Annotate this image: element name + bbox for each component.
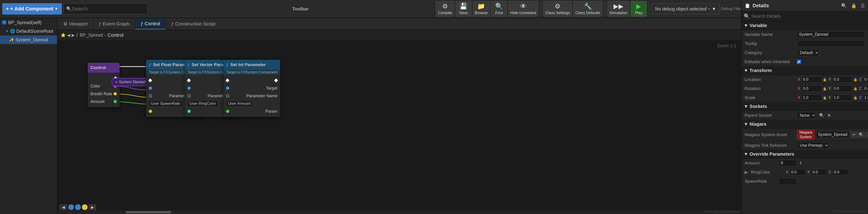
nav-btn-2[interactable]: ▶ <box>89 205 96 210</box>
class-settings-icon: ⚙ <box>555 2 560 10</box>
ringcolor-x-input[interactable] <box>789 169 806 175</box>
set-int-paramname-pin <box>226 94 229 97</box>
socket-clear-icon[interactable]: ✖ <box>827 113 831 118</box>
tree-item-bp-spread[interactable]: 🔵 BP_Spread(self) <box>0 18 57 27</box>
node-set-int[interactable]: ƒ Set Int Parameter Target is FXSystem C… <box>223 60 280 117</box>
rotation-z-input[interactable] <box>863 85 868 92</box>
location-y-input[interactable] <box>832 76 852 83</box>
class-defaults-label: Class Defaults <box>575 11 600 15</box>
tab-viewport[interactable]: 🖥 Viewport <box>58 18 93 30</box>
search-input[interactable] <box>72 6 145 12</box>
set-float-icon: ƒ <box>149 62 151 67</box>
browse-button[interactable]: 📁 Browse <box>473 1 490 17</box>
graph-scrollbar-h[interactable] <box>58 210 741 214</box>
tab-event-graph[interactable]: ƒ Event Graph <box>93 18 135 30</box>
find-button[interactable]: 🔍 Find <box>491 1 507 17</box>
node-control-amount-row: Amount <box>88 98 120 105</box>
niagara-system-value: System_Dpread <box>816 131 849 138</box>
rotation-x-lock[interactable]: 🔒 <box>823 87 827 90</box>
scale-y-input[interactable] <box>832 94 852 101</box>
location-x-input[interactable] <box>801 76 822 83</box>
class-defaults-icon: 🔧 <box>584 2 592 10</box>
set-int-param-label: Param <box>266 109 277 114</box>
override-spawnrate-input[interactable] <box>779 178 797 185</box>
forward-icon[interactable]: ▶ <box>71 33 75 38</box>
chevron-down-icon-debug: ▼ <box>712 6 716 11</box>
override-amount-icon: ⬆ <box>799 161 802 165</box>
category-select[interactable]: Default <box>797 49 819 56</box>
section-sockets[interactable]: ▼ Sockets <box>741 102 868 111</box>
ringcolor-y-input[interactable] <box>811 169 827 175</box>
nav-dot-1[interactable] <box>68 205 74 210</box>
niagara-action-arrow[interactable]: ↩ <box>851 131 857 138</box>
ringcolor-expand-icon[interactable]: ▶ <box>745 170 748 175</box>
construction-icon: ƒ <box>171 21 174 27</box>
details-menu-icon[interactable]: ☰ <box>861 3 865 8</box>
nav-dot-3[interactable] <box>82 205 88 210</box>
scroll-thumb-h[interactable] <box>126 211 171 213</box>
section-variable[interactable]: ▼ Variable <box>741 21 868 30</box>
niagara-action-open[interactable]: ↗ <box>865 131 868 138</box>
tree-label-bp-spread: BP_Spread(self) <box>8 20 41 25</box>
details-search-icon[interactable]: 🔍 <box>841 3 847 8</box>
section-transform[interactable]: ▼ Transform <box>741 66 868 75</box>
rotation-y-lock[interactable]: 🔒 <box>854 87 857 90</box>
socket-search-icon[interactable]: 🔍 <box>819 113 824 118</box>
tooltip-input[interactable] <box>797 40 865 47</box>
toolbar: + + Add Component ▼ 🔍 Toolbar ⚙ Compile … <box>0 0 868 18</box>
class-defaults-button[interactable]: 🔧 Class Defaults <box>573 1 602 17</box>
add-component-button[interactable]: + + Add Component ▼ <box>2 3 62 14</box>
ringcolor-z-input[interactable] <box>832 169 848 175</box>
debug-filter-button[interactable]: No debug object selected ~ ▼ <box>652 3 720 14</box>
tabs-row: 🖥 Viewport ƒ Event Graph ƒ Control ƒ Con… <box>58 18 741 30</box>
location-x-lock[interactable]: 🔒 <box>823 78 827 81</box>
nav-dot-2[interactable] <box>75 205 81 210</box>
simulation-button[interactable]: ▶▶ Simulation <box>608 1 629 17</box>
tree-item-system-dpread[interactable]: ✨ System_Dpread <box>0 35 57 44</box>
set-float-param-box[interactable]: User SpawnRate <box>149 101 182 106</box>
event-graph-icon: ƒ <box>99 21 101 27</box>
tab-construction-script[interactable]: ƒ Construction Script <box>166 18 221 30</box>
location-y-lock[interactable]: 🔒 <box>854 78 857 81</box>
scale-x-lock[interactable]: 🔒 <box>823 96 827 99</box>
details-lock-icon[interactable]: 🔒 <box>851 3 857 8</box>
hide-unrelated-button[interactable]: 👁 Hide Unrelated <box>508 1 538 17</box>
breadcrumb-sep: › <box>104 32 106 38</box>
location-z-input[interactable] <box>863 76 868 83</box>
compile-button[interactable]: ⚙ Compile <box>436 1 454 17</box>
simulation-icon: ▶▶ <box>614 2 623 10</box>
parent-socket-select[interactable]: None <box>797 112 815 119</box>
section-variable-label: Variable <box>750 23 767 28</box>
tree-item-default-scene-root[interactable]: ▼ 🌐 DefaultSceneRoot <box>0 27 57 35</box>
niagara-system-btn[interactable]: Niagara System <box>797 130 815 140</box>
back-icon[interactable]: ◀ <box>67 33 70 38</box>
section-override[interactable]: ▼ Override Parameters <box>741 150 868 159</box>
set-int-parambox-row: User Amount <box>223 100 280 108</box>
graph-area[interactable]: Zoom 1:1 Control <box>58 40 741 214</box>
section-niagara[interactable]: ▼ Niagara <box>741 120 868 129</box>
rotation-x-input[interactable] <box>801 85 822 92</box>
scale-z-input[interactable] <box>863 94 868 101</box>
save-button[interactable]: 💾 Save <box>456 1 471 17</box>
scale-z-label: Z <box>858 95 862 100</box>
variable-name-input[interactable] <box>797 31 865 38</box>
set-vector-param-box[interactable]: User RingColor <box>187 101 218 106</box>
scale-x-input[interactable] <box>801 94 822 101</box>
nav-btn-1[interactable]: ◀ <box>60 205 67 210</box>
niagara-tick-select[interactable]: Use Prereqs <box>797 142 829 149</box>
scale-y-lock[interactable]: 🔒 <box>854 96 857 99</box>
class-settings-button[interactable]: ⚙ Class Settings <box>543 1 572 17</box>
search-box: 🔍 <box>64 3 148 14</box>
tab-viewport-label: Viewport <box>69 21 88 27</box>
details-search-input[interactable] <box>751 13 866 19</box>
rotation-y-input[interactable] <box>832 85 852 92</box>
niagara-action-search[interactable]: 🔍 <box>858 131 864 138</box>
home-icon[interactable]: ⭐ <box>61 33 66 38</box>
set-int-param-box[interactable]: User Amount <box>226 101 252 106</box>
tab-control[interactable]: ƒ Control <box>135 18 166 30</box>
override-amount-input[interactable] <box>779 160 797 166</box>
play-button[interactable]: ▶ Play <box>631 1 647 17</box>
set-int-exec-in <box>226 79 229 83</box>
editable-checkbox[interactable] <box>797 60 801 64</box>
breath-rate-label: Breath Rate <box>90 92 112 96</box>
